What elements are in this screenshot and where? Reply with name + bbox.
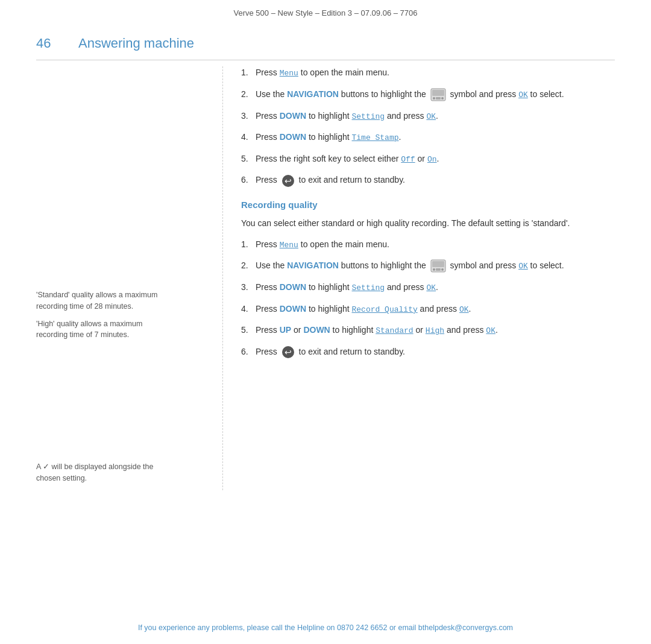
svg-text:↩: ↩ xyxy=(285,176,292,186)
svg-rect-4 xyxy=(436,97,441,99)
step-1-5: Press the right soft key to select eithe… xyxy=(241,153,615,166)
chapter-divider xyxy=(36,60,615,60)
step-2-5: Press UP or DOWN to highlight Standard o… xyxy=(241,324,615,337)
page-header: Verve 500 – New Style – Edition 3 – 07.0… xyxy=(0,0,651,24)
step-2-2: Use the NAVIGATION buttons to highlight … xyxy=(241,259,615,273)
footer: If you experience any problems, please c… xyxy=(0,623,651,632)
step-2-4: Press DOWN to highlight Record Quality a… xyxy=(241,303,615,316)
footer-text: If you experience any problems, please c… xyxy=(138,623,513,632)
step-1-4: Press DOWN to highlight Time Stamp. xyxy=(241,131,615,144)
answering-machine-icon xyxy=(430,88,446,101)
step-2-6: Press ↩ to exit and return to standby. xyxy=(241,346,615,359)
content-area: 'Standard' quality allows a maximum reco… xyxy=(36,66,615,490)
header-text: Verve 500 – New Style – Edition 3 – 07.0… xyxy=(234,8,418,17)
chapter-number: 46 xyxy=(36,36,60,51)
sidebar-notes: 'Standard' quality allows a maximum reco… xyxy=(36,289,210,484)
svg-text:↩: ↩ xyxy=(285,347,292,357)
sidebar-note-2: 'High' quality allows a maximum recordin… xyxy=(36,318,210,341)
end-call-icon-2: ↩ xyxy=(281,346,295,359)
step-1-1: Press Menu to open the main menu. xyxy=(241,66,615,80)
section2-intro: You can select either standard or high q… xyxy=(241,217,615,230)
svg-rect-11 xyxy=(436,268,441,271)
main-content: Press Menu to open the main menu. Use th… xyxy=(223,66,615,490)
svg-rect-8 xyxy=(432,261,444,267)
chapter-header: 46 Answering machine xyxy=(36,24,615,57)
sidebar-note-3: A ✓ will be displayed alongside the chos… xyxy=(36,461,210,484)
section1-steps: Press Menu to open the main menu. Use th… xyxy=(241,66,615,188)
svg-point-2 xyxy=(433,97,435,99)
step-2-1: Press Menu to open the main menu. xyxy=(241,238,615,251)
sidebar-note-1: 'Standard' quality allows a maximum reco… xyxy=(36,289,210,312)
svg-point-10 xyxy=(441,268,444,271)
section2-steps: Press Menu to open the main menu. Use th… xyxy=(241,238,615,359)
section2-title: Recording quality xyxy=(241,200,615,210)
step-1-6: Press ↩ to exit and return to standby. xyxy=(241,174,615,187)
answering-machine-icon-2 xyxy=(430,259,446,273)
svg-point-9 xyxy=(433,268,435,271)
step-2-3: Press DOWN to highlight Setting and pres… xyxy=(241,281,615,294)
sidebar: 'Standard' quality allows a maximum reco… xyxy=(36,66,223,490)
end-call-icon: ↩ xyxy=(281,174,295,188)
step-1-2: Use the NAVIGATION buttons to highlight … xyxy=(241,88,615,101)
svg-rect-1 xyxy=(432,90,444,96)
step-1-3: Press DOWN to highlight Setting and pres… xyxy=(241,110,615,123)
chapter-title: Answering machine xyxy=(78,36,194,51)
svg-point-3 xyxy=(441,97,444,99)
